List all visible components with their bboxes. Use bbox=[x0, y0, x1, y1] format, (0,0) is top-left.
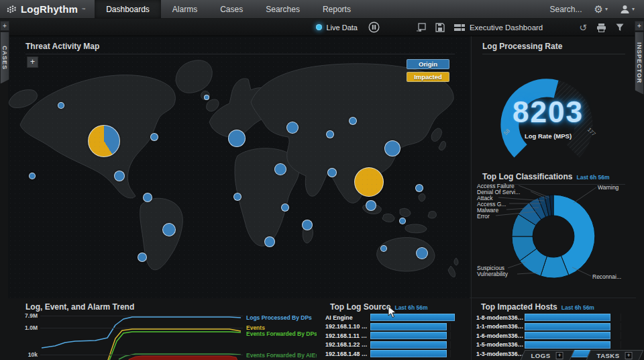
map-bubble-origin[interactable] bbox=[274, 163, 286, 175]
logs-panel-tab[interactable]: LOGS + bbox=[521, 350, 575, 360]
inspector-panel-tab[interactable]: INSPECTOR bbox=[635, 32, 644, 95]
map-bubble-origin[interactable] bbox=[380, 245, 387, 252]
map-bubble-origin[interactable] bbox=[162, 223, 176, 236]
bar[interactable] bbox=[525, 341, 610, 349]
donut-label: Reconnai... bbox=[592, 273, 621, 280]
bar-track bbox=[525, 314, 632, 321]
map-bubble-origin[interactable] bbox=[114, 171, 125, 181]
impacted-hosts-title: Top Impacted Hosts bbox=[481, 302, 557, 312]
map-bubble-origin[interactable] bbox=[415, 184, 423, 192]
map-bubble-origin[interactable] bbox=[366, 200, 376, 211]
gauge-title: Log Processing Rate bbox=[482, 42, 562, 51]
map-bubble-origin[interactable] bbox=[58, 102, 64, 109]
map-bubble-impacted[interactable] bbox=[354, 167, 384, 197]
bar[interactable] bbox=[525, 314, 610, 321]
map-bubble-origin[interactable] bbox=[384, 140, 400, 156]
bar-row-label: 192.168.1.22 LR S... bbox=[321, 341, 370, 348]
add-widget-icon[interactable] bbox=[416, 23, 426, 32]
tab-searches[interactable]: Searches bbox=[254, 0, 311, 18]
dashboard-toolbar: Live Data bbox=[0, 19, 644, 36]
map-bubble-origin[interactable] bbox=[416, 247, 428, 259]
cases-panel-tab[interactable]: CASES bbox=[0, 32, 9, 84]
map-legend: Origin Impacted bbox=[407, 59, 449, 82]
legend-impacted-button[interactable]: Impacted bbox=[407, 72, 449, 82]
undo-icon[interactable]: ↺ bbox=[579, 23, 587, 32]
map-bubble-origin[interactable] bbox=[281, 204, 289, 212]
log-processing-rate-widget: Log Processing Rate 8203 Log Rate (MPS) … bbox=[472, 36, 636, 168]
pause-button[interactable] bbox=[368, 21, 380, 33]
map-bubble-origin[interactable] bbox=[138, 253, 147, 262]
user-menu[interactable]: ▾ bbox=[620, 5, 635, 14]
bar-row-label: 1-5-modem336-5... bbox=[472, 341, 525, 348]
bar-row-label: 1-3-modem336-5... bbox=[472, 351, 525, 357]
dashboard-layout-icon bbox=[454, 24, 465, 32]
bar[interactable] bbox=[370, 341, 447, 349]
logs-tab-plus-icon[interactable]: + bbox=[556, 352, 564, 359]
bar[interactable] bbox=[370, 314, 455, 321]
top-nav-bar: LogRhythm ™ Dashboards Alarms Cases Sear… bbox=[0, 0, 644, 19]
bar-track bbox=[370, 314, 466, 321]
live-data-toggle[interactable]: Live Data bbox=[316, 24, 357, 32]
trend-gridline bbox=[40, 355, 243, 355]
map-bubble-origin[interactable] bbox=[326, 130, 334, 138]
add-case-button[interactable]: + bbox=[0, 21, 9, 31]
map-bubble-origin[interactable] bbox=[264, 236, 275, 247]
map-bubble-origin[interactable] bbox=[143, 193, 152, 202]
tab-dashboards[interactable]: Dashboards bbox=[95, 0, 161, 18]
filter-icon[interactable] bbox=[616, 24, 624, 32]
logrhythm-logo[interactable]: LogRhythm ™ bbox=[0, 0, 95, 18]
tasks-panel-tab[interactable]: TASKS + bbox=[586, 350, 644, 360]
donut-label: Vulnerability bbox=[477, 271, 508, 277]
map-bubble-origin[interactable] bbox=[349, 117, 357, 125]
save-dashboard-icon[interactable] bbox=[435, 23, 445, 32]
trend-gridline bbox=[40, 316, 243, 316]
map-bubble-origin[interactable] bbox=[327, 168, 337, 177]
donut-label: Error bbox=[477, 213, 490, 220]
map-bubble-origin[interactable] bbox=[286, 122, 299, 134]
log-source-timerange: Last 6h 56m bbox=[394, 304, 427, 311]
trend-alarm-area bbox=[129, 356, 238, 360]
print-icon[interactable] bbox=[596, 23, 606, 32]
bar[interactable] bbox=[370, 323, 447, 330]
bar[interactable] bbox=[370, 332, 447, 339]
logs-tab-label: LOGS bbox=[531, 352, 551, 359]
settings-menu[interactable]: ⚙ ▾ bbox=[594, 4, 608, 14]
bar-row-label: 1-8-modem336-5... bbox=[472, 314, 525, 321]
map-bubble-origin[interactable] bbox=[29, 173, 36, 179]
map-bubble-origin[interactable] bbox=[228, 130, 246, 147]
trend-title: Log, Event, and Alarm Trend bbox=[25, 302, 134, 312]
map-bubble-origin[interactable] bbox=[204, 95, 209, 100]
bar[interactable] bbox=[525, 323, 610, 330]
trend-y-axis-tick: 7.9M bbox=[13, 312, 38, 319]
logo-text: LogRhythm bbox=[21, 3, 78, 15]
tab-reports[interactable]: Reports bbox=[311, 0, 362, 18]
bar[interactable] bbox=[370, 350, 447, 357]
top-nav-right: Search... ⚙ ▾ ▾ bbox=[549, 0, 644, 18]
map-bubble-origin[interactable] bbox=[302, 220, 313, 230]
bar-row-label: 192.168.1.10 LR S... bbox=[321, 323, 370, 330]
map-bubble-origin[interactable] bbox=[233, 193, 241, 201]
top-log-source-widget: Top Log Source Last 6h 56m AI Engine192.… bbox=[321, 298, 470, 360]
dashboard-selector[interactable]: Executive Dashboard bbox=[454, 24, 543, 32]
search-input[interactable]: Search... bbox=[549, 5, 582, 14]
map-bubble-origin[interactable] bbox=[150, 133, 158, 141]
map-bubble-origin[interactable] bbox=[399, 218, 406, 224]
legend-origin-button[interactable]: Origin bbox=[407, 59, 449, 69]
gauge-value: 8203 bbox=[472, 95, 625, 129]
bar-track bbox=[370, 350, 466, 357]
tasks-tab-plus-icon[interactable]: + bbox=[625, 352, 633, 359]
inspector-tab-label: INSPECTOR bbox=[636, 42, 643, 83]
user-icon bbox=[620, 5, 630, 14]
add-inspector-button[interactable]: + bbox=[635, 21, 644, 31]
trend-legend-item: Events Forwarded By DPs bbox=[246, 330, 317, 337]
map-bubble-mixed[interactable] bbox=[88, 125, 120, 157]
threat-activity-map-widget: Threat Activity Map + Origin Impacted bbox=[8, 36, 470, 298]
log-source-title: Top Log Source bbox=[330, 302, 390, 312]
bar-row: 192.168.1.48 LR S... bbox=[321, 349, 470, 359]
tab-cases[interactable]: Cases bbox=[209, 0, 254, 18]
tab-alarms[interactable]: Alarms bbox=[161, 0, 209, 18]
bar-track bbox=[525, 341, 632, 349]
bar-row-label: AI Engine bbox=[321, 314, 370, 321]
bar[interactable] bbox=[525, 332, 610, 339]
map-zoom-in-button[interactable]: + bbox=[27, 56, 38, 68]
